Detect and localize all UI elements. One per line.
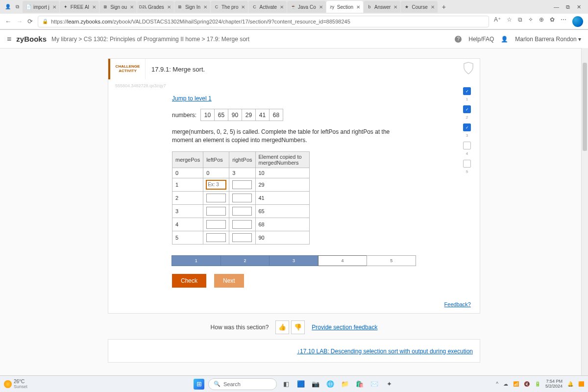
browser-tab[interactable]: zySection✕: [326, 1, 363, 13]
progress-step[interactable]: 4: [318, 255, 368, 266]
back-button[interactable]: ←: [5, 18, 11, 25]
pos-input[interactable]: [206, 194, 226, 202]
close-tab-icon[interactable]: ✕: [356, 4, 360, 10]
close-tab-icon[interactable]: ✕: [393, 4, 397, 10]
next-button[interactable]: Next: [214, 274, 244, 288]
tab-label: import j: [33, 4, 49, 10]
maximize-icon[interactable]: ⧉: [566, 4, 570, 10]
app-icon-2[interactable]: 📷: [310, 379, 321, 390]
cell: 5: [172, 231, 203, 244]
breadcrumb[interactable]: My library > CS 1302: Principles of Prog…: [51, 36, 249, 43]
thumbs-up-button[interactable]: 👍: [275, 320, 289, 334]
browser-tab[interactable]: 🗎Sign ou✕: [99, 1, 137, 13]
check-button[interactable]: Check: [172, 274, 206, 288]
feedback-link[interactable]: Feedback?: [444, 301, 471, 307]
tab-actions-icon[interactable]: ⧉: [16, 4, 19, 10]
browser-tab[interactable]: 🗎Sign In✕: [174, 1, 210, 13]
edge-app-icon[interactable]: 🌐: [325, 379, 336, 390]
jump-to-level-link[interactable]: Jump to level 1: [172, 95, 212, 102]
browser-tab[interactable]: ✦FREE AI✕: [60, 1, 99, 13]
numbers-row: numbers: 106590294168: [172, 109, 416, 121]
close-tab-icon[interactable]: ✕: [203, 4, 207, 10]
browser-tab[interactable]: bAnswer✕: [364, 1, 400, 13]
windows-taskbar: 26°C Sunset ⊞ 🔍Search ◧ 🟦 📷 🌐 📁 🛍️ ✉️ ✦ …: [0, 375, 588, 392]
extensions-icon[interactable]: ✿: [550, 16, 555, 27]
app-icon-1[interactable]: 🟦: [295, 379, 306, 390]
refresh-button[interactable]: ⟳: [27, 18, 33, 25]
close-tab-icon[interactable]: ✕: [431, 4, 435, 10]
collections-icon[interactable]: ⊕: [539, 16, 544, 27]
weather-widget[interactable]: 26°C Sunset: [4, 379, 27, 389]
new-tab-button[interactable]: +: [438, 3, 450, 11]
scrollbar-thumb[interactable]: [583, 63, 587, 151]
provide-feedback-link[interactable]: Provide section feedback: [312, 324, 377, 331]
zybooks-logo[interactable]: zyBooks: [16, 35, 47, 43]
progress-step[interactable]: 3: [269, 255, 318, 266]
favorites-icon[interactable]: ✧: [528, 16, 533, 27]
read-aloud-icon[interactable]: A⁺: [494, 16, 501, 27]
browser-tab[interactable]: 📄import j✕: [23, 1, 59, 13]
pos-input[interactable]: [232, 194, 252, 202]
close-tab-icon[interactable]: ✕: [167, 4, 171, 10]
start-button[interactable]: ⊞: [194, 379, 204, 390]
next-section-card[interactable]: ↓17.10 LAB: Descending selection sort wi…: [108, 339, 480, 363]
browser-tab[interactable]: CThe pro✕: [211, 1, 248, 13]
pos-input[interactable]: [232, 233, 252, 242]
url-input[interactable]: 🔒 https://learn.zybooks.com/zybook/VALDO…: [38, 16, 489, 27]
thumbs-down-button[interactable]: 👎: [291, 320, 305, 334]
close-tab-icon[interactable]: ✕: [241, 4, 245, 10]
pos-input[interactable]: [206, 180, 226, 189]
close-tab-icon[interactable]: ✕: [92, 4, 96, 10]
url-text: https://learn.zybooks.com/zybook/VALDOST…: [51, 19, 350, 24]
shield-icon: [463, 62, 476, 76]
next-section-link[interactable]: ↓17.10 LAB: Descending selection sort wi…: [297, 348, 473, 355]
forward-button[interactable]: →: [16, 18, 23, 25]
store-icon[interactable]: 🛍️: [354, 379, 365, 390]
col-rightpos: rightPos: [229, 151, 255, 168]
browser-tab[interactable]: CActivate✕: [248, 1, 287, 13]
close-tab-icon[interactable]: ✕: [319, 4, 323, 10]
browser-tab[interactable]: ☕Java Co✕: [287, 1, 326, 13]
cell: 65: [255, 204, 309, 218]
pos-input[interactable]: [206, 220, 226, 229]
clock[interactable]: 7:54 PM 5/2/2024: [545, 379, 563, 389]
pos-input[interactable]: [206, 207, 226, 216]
progress-step[interactable]: 1: [172, 255, 221, 266]
progress-step[interactable]: 2: [220, 255, 270, 266]
volume-icon[interactable]: 🔇: [524, 381, 530, 387]
close-window-icon[interactable]: ✕: [577, 4, 581, 10]
chevron-up-icon[interactable]: ^: [496, 381, 498, 387]
onedrive-icon[interactable]: ☁: [503, 381, 508, 387]
user-menu[interactable]: Marlon Barrera Rondon ▾: [515, 36, 581, 43]
table-row: 365: [172, 204, 310, 218]
scrollbar[interactable]: [581, 48, 588, 375]
pos-input[interactable]: [232, 220, 252, 229]
minimize-icon[interactable]: ―: [554, 4, 559, 10]
battery-icon[interactable]: 🔋: [535, 381, 540, 387]
help-link[interactable]: Help/FAQ: [468, 36, 494, 43]
close-tab-icon[interactable]: ✕: [280, 4, 284, 10]
pos-input[interactable]: [232, 207, 252, 216]
menu-icon[interactable]: ≡: [7, 35, 11, 44]
browser-tab[interactable]: D2LGrades✕: [137, 1, 174, 13]
profile-icon[interactable]: 👤: [5, 4, 11, 10]
copilot-icon[interactable]: [572, 16, 583, 27]
explorer-icon[interactable]: 📁: [340, 379, 350, 390]
star-icon[interactable]: ☆: [507, 16, 512, 27]
notifications-icon[interactable]: 🔔: [567, 381, 573, 387]
close-tab-icon[interactable]: ✕: [52, 4, 56, 10]
split-icon[interactable]: ⧉: [518, 16, 522, 27]
app-icon-3[interactable]: ✦: [384, 379, 394, 390]
copilot-tray-icon[interactable]: 🟧: [578, 381, 584, 387]
mail-icon[interactable]: ✉️: [369, 379, 380, 390]
progress-step[interactable]: 5: [367, 255, 416, 266]
pos-input[interactable]: [206, 233, 226, 242]
taskbar-search[interactable]: 🔍Search: [208, 378, 277, 390]
wifi-icon[interactable]: 📶: [513, 381, 519, 387]
task-view-icon[interactable]: ◧: [281, 379, 292, 390]
close-tab-icon[interactable]: ✕: [130, 4, 134, 10]
more-icon[interactable]: ⋯: [561, 16, 566, 27]
pos-input[interactable]: [232, 180, 252, 189]
browser-tab[interactable]: ★Course✕: [401, 1, 437, 13]
help-icon[interactable]: ?: [455, 36, 462, 43]
